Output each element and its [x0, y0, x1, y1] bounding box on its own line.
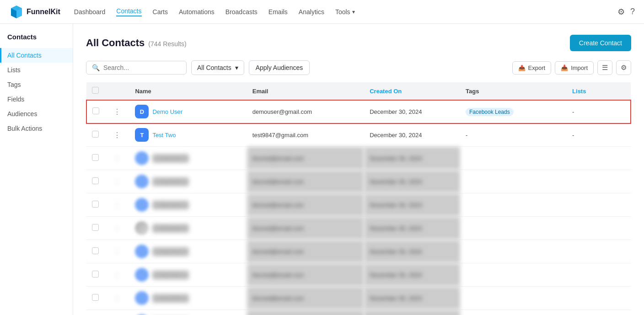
main-content: All Contacts (744 Results) Create Contac…: [73, 24, 644, 315]
nav-dashboard[interactable]: Dashboard: [74, 8, 106, 16]
row-email-cell: blurred@email.com: [247, 170, 364, 193]
row-checkbox-cell: [86, 147, 108, 170]
contact-name[interactable]: Blurred: [152, 201, 189, 209]
th-lists: Lists: [567, 82, 631, 100]
sidebar-item-all-contacts[interactable]: All Contacts: [0, 48, 73, 63]
row-checkbox[interactable]: [92, 154, 99, 161]
th-name[interactable]: Name: [129, 82, 247, 100]
contact-name[interactable]: Blurred: [152, 154, 189, 163]
row-name-cell: Blurred: [129, 240, 247, 263]
nav-tools[interactable]: Tools ▾: [335, 8, 355, 16]
table-row: ⋮ Blurred blurred@email.com November 30,…: [86, 147, 631, 170]
sidebar-item-bulk-actions[interactable]: Bulk Actions: [0, 121, 73, 136]
avatar: T: [135, 128, 149, 142]
row-actions-cell: ⋮: [108, 217, 130, 240]
sidebar-item-tags[interactable]: Tags: [0, 77, 73, 92]
search-input[interactable]: [103, 64, 181, 71]
row-checkbox[interactable]: [92, 201, 99, 208]
row-checkbox[interactable]: [92, 247, 99, 254]
nav-emails[interactable]: Emails: [268, 8, 288, 16]
row-name-cell: Blurred: [129, 217, 247, 240]
row-checkbox-cell: [86, 310, 108, 315]
select-all-checkbox[interactable]: [92, 87, 99, 94]
help-button[interactable]: ?: [630, 7, 635, 16]
sidebar-item-audiences[interactable]: Audiences: [0, 107, 73, 121]
top-navigation: FunnelKit Dashboard Contacts Carts Autom…: [0, 0, 644, 24]
row-checkbox-cell: [86, 100, 108, 123]
row-checkbox[interactable]: [92, 107, 99, 114]
row-created-cell: November 30, 2024: [364, 193, 460, 217]
nav-carts[interactable]: Carts: [153, 8, 168, 16]
nav-links: Dashboard Contacts Carts Automations Bro…: [74, 7, 617, 16]
th-created-on[interactable]: Created On: [364, 82, 460, 100]
row-actions-button[interactable]: ⋮: [113, 155, 121, 162]
row-checkbox-cell: [86, 287, 108, 310]
contact-name[interactable]: Blurred: [152, 271, 189, 279]
row-actions-button[interactable]: ⋮: [113, 201, 121, 209]
nav-broadcasts[interactable]: Broadcasts: [225, 8, 258, 16]
row-created-cell: November 30, 2024: [364, 170, 460, 193]
sidebar-item-fields[interactable]: Fields: [0, 92, 73, 107]
th-actions: [108, 82, 130, 100]
row-actions-button[interactable]: ⋮: [113, 224, 121, 232]
row-checkbox-cell: [86, 263, 108, 287]
row-actions-cell: ⋮: [108, 100, 130, 123]
nav-contacts[interactable]: Contacts: [116, 7, 141, 16]
avatar: D: [135, 105, 149, 118]
table-body: ⋮ D Demo User demouser@gmail.com Decembe…: [86, 100, 631, 315]
toolbar: 🔍 All Contacts ▾ Apply Audiences 📤 Expor…: [86, 60, 631, 75]
row-actions-cell: ⋮: [108, 240, 130, 263]
toolbar-right: 📤 Export 📥 Import ☰ ⚙: [512, 60, 631, 75]
row-actions-button[interactable]: ⋮: [113, 108, 121, 116]
row-checkbox-cell: [86, 240, 108, 263]
result-count: (744 Results): [148, 40, 186, 48]
logo[interactable]: FunnelKit: [9, 5, 60, 19]
contact-name[interactable]: Blurred: [152, 247, 189, 256]
nav-analytics[interactable]: Analytics: [299, 8, 324, 16]
row-checkbox[interactable]: [92, 177, 99, 184]
create-contact-button[interactable]: Create Contact: [570, 35, 631, 51]
apply-audiences-button[interactable]: Apply Audiences: [249, 60, 310, 75]
contact-name[interactable]: Blurred: [152, 177, 189, 186]
table-row: ⋮ Blurred blurred@email.com November 30,…: [86, 193, 631, 217]
columns-button[interactable]: ☰: [597, 60, 612, 75]
row-created-cell: November 30, 2024: [364, 240, 460, 263]
row-created-cell: November 30, 2024: [364, 217, 460, 240]
row-actions-cell: ⋮: [108, 147, 130, 170]
row-tags-cell: -: [460, 123, 567, 147]
row-name-cell: Blurred: [129, 170, 247, 193]
table-header: Name Email Created On Tags Lists: [86, 82, 631, 100]
contact-name-link[interactable]: Demo User: [152, 108, 182, 115]
sidebar-item-lists[interactable]: Lists: [0, 63, 73, 77]
row-actions-button[interactable]: ⋮: [113, 248, 121, 256]
avatar: [135, 245, 149, 258]
row-checkbox[interactable]: [92, 224, 99, 231]
import-icon: 📥: [561, 64, 568, 71]
import-button[interactable]: 📥 Import: [555, 61, 594, 75]
avatar: [135, 291, 149, 305]
filter-dropdown[interactable]: All Contacts ▾: [191, 60, 244, 75]
row-actions-button[interactable]: ⋮: [113, 294, 121, 302]
row-checkbox[interactable]: [92, 131, 99, 138]
row-name-cell: Blurred: [129, 287, 247, 310]
row-email-cell: blurred@email.com: [247, 287, 364, 310]
settings-button[interactable]: ⚙: [617, 7, 625, 17]
table-row: ⋮ D Demo User demouser@gmail.com Decembe…: [86, 100, 631, 123]
row-actions-button[interactable]: ⋮: [113, 178, 121, 186]
row-tags-cell: [460, 170, 567, 193]
search-box[interactable]: 🔍: [86, 61, 187, 75]
row-actions-button[interactable]: ⋮: [113, 271, 121, 279]
export-button[interactable]: 📤 Export: [512, 61, 552, 75]
row-checkbox[interactable]: [92, 271, 99, 278]
contact-name[interactable]: Blurred: [152, 294, 189, 303]
table-row: ⋮ Blurred blurred@email.com November 30,…: [86, 240, 631, 263]
contact-name[interactable]: Blurred: [152, 224, 189, 233]
row-lists-cell: [567, 310, 631, 315]
logo-icon: [9, 5, 24, 19]
contact-name-link[interactable]: Test Two: [152, 132, 176, 139]
row-checkbox-cell: [86, 123, 108, 147]
nav-automations[interactable]: Automations: [179, 8, 215, 16]
row-actions-button[interactable]: ⋮: [113, 131, 121, 139]
filter-settings-button[interactable]: ⚙: [616, 60, 631, 75]
row-checkbox[interactable]: [92, 294, 99, 301]
